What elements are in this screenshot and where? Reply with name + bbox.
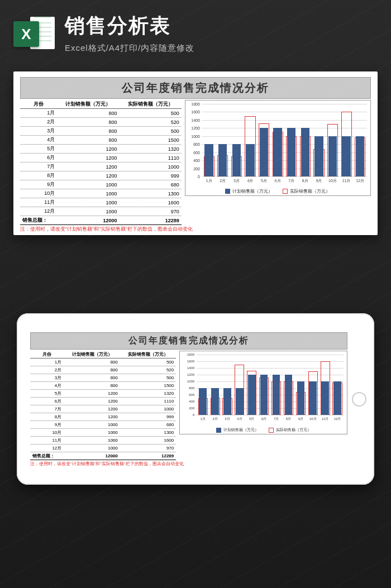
cell-plan: 1000 <box>64 421 120 429</box>
table-row: 11月10001600 <box>20 198 182 207</box>
cell-plan: 1200 <box>64 405 120 413</box>
table-row: 5月12001320 <box>30 390 176 398</box>
cell-month: 8月 <box>20 171 57 180</box>
table-header-row: 月份 计划销售额（万元） 实际销售额（万元） <box>30 351 176 358</box>
legend-swatch-plan-icon <box>216 428 221 433</box>
y-tick: 1800 <box>181 353 194 356</box>
cell-actual: 1300 <box>120 429 177 437</box>
x-tick: 10月 <box>309 417 317 422</box>
cell-plan: 1200 <box>57 171 119 180</box>
cell-month: 9月 <box>30 421 64 429</box>
x-tick: 2月 <box>220 178 226 184</box>
cell-plan: 1000 <box>64 437 120 444</box>
table-row: 8月1200999 <box>30 413 176 421</box>
bar-group: 9月 <box>296 355 306 415</box>
y-tick: 400 <box>187 159 200 162</box>
bar-plan <box>211 388 219 415</box>
bar-group: 6月 <box>259 355 269 415</box>
y-tick: 0 <box>187 175 200 179</box>
table-row: 4月8001500 <box>30 382 176 390</box>
cell-actual: 680 <box>120 180 182 189</box>
table-row: 2月800520 <box>20 118 182 127</box>
y-tick: 200 <box>181 407 194 410</box>
excel-file-icon: X <box>13 12 55 54</box>
total-actual: 12289 <box>120 452 177 460</box>
cell-month: 2月 <box>20 118 57 127</box>
cell-month: 1月 <box>30 358 64 366</box>
cell-month: 3月 <box>20 127 57 136</box>
cell-plan: 800 <box>57 136 119 145</box>
sales-table: 月份 计划销售额（万元） 实际销售额（万元） 1月8005002月8005203… <box>30 351 176 460</box>
bar-group: 4月 <box>235 355 244 415</box>
cell-actual: 500 <box>120 109 182 118</box>
total-plan: 12000 <box>64 452 120 460</box>
table-row: 5月12001320 <box>20 145 182 154</box>
bar-plan <box>328 136 337 176</box>
bar-group: 2月 <box>211 355 220 415</box>
cell-month: 5月 <box>20 145 57 154</box>
y-tick: 800 <box>181 386 194 390</box>
bar-group: 10月 <box>327 104 338 176</box>
x-tick: 7月 <box>274 417 279 422</box>
legend-plan-label: 计划销售额（万元） <box>232 188 273 194</box>
cell-actual: 520 <box>120 118 182 127</box>
cell-plan: 800 <box>57 118 119 127</box>
x-tick: 10月 <box>328 178 337 184</box>
bar-plan <box>218 144 227 176</box>
table-row: 3月800500 <box>20 127 182 136</box>
bar-plan <box>297 381 305 415</box>
cell-plan: 1000 <box>57 198 119 207</box>
cell-month: 12月 <box>20 207 57 216</box>
usage-note: 注：使用时，请改变"计划销售额"和"实际销售额"栏下的数值，图表会自动变化 <box>20 226 371 233</box>
table-row: 3月800500 <box>30 374 176 382</box>
x-tick: 1月 <box>206 178 212 184</box>
cell-plan: 800 <box>64 374 120 382</box>
cell-actual: 1320 <box>120 390 177 398</box>
bar-plan <box>236 388 244 415</box>
col-month: 月份 <box>30 351 64 358</box>
cell-plan: 1200 <box>57 154 119 162</box>
cell-month: 2月 <box>30 366 64 374</box>
y-tick: 400 <box>181 400 194 403</box>
page-subtitle: Excel格式/A4打印/内容随意修改 <box>65 43 194 54</box>
bar-plan <box>285 375 293 415</box>
cell-plan: 1000 <box>57 207 119 216</box>
cell-month: 3月 <box>30 374 64 382</box>
x-tick: 2月 <box>212 417 217 422</box>
table-row: 7月12001000 <box>30 405 176 413</box>
y-tick: 800 <box>187 142 200 146</box>
bar-plan <box>301 128 309 176</box>
cell-actual: 500 <box>120 358 177 366</box>
cell-actual: 1110 <box>120 154 182 162</box>
cell-month: 7月 <box>20 162 57 171</box>
cell-actual: 999 <box>120 413 177 421</box>
cell-plan: 800 <box>64 382 120 390</box>
x-tick: 11月 <box>342 178 351 184</box>
table-row: 9月1000680 <box>20 180 182 189</box>
y-tick: 1400 <box>181 366 194 370</box>
bar-plan <box>223 388 231 415</box>
tablet-mockup: 公司年度销售完成情况分析 月份 计划销售额（万元） 实际销售额（万元） 1月80… <box>17 313 374 485</box>
cell-month: 1月 <box>20 109 57 118</box>
x-tick: 3月 <box>225 417 230 422</box>
cell-plan: 800 <box>57 109 119 118</box>
cell-actual: 1600 <box>120 437 177 444</box>
bar-group: 11月 <box>341 104 352 176</box>
cell-month: 5月 <box>30 390 64 398</box>
hero-header: X 销售分析表 Excel格式/A4打印/内容随意修改 <box>0 0 391 64</box>
cell-month: 6月 <box>30 398 64 405</box>
y-tick: 1000 <box>187 134 200 138</box>
cell-plan: 1200 <box>64 390 120 398</box>
cell-actual: 1600 <box>120 198 182 207</box>
bar-group: 3月 <box>231 104 242 176</box>
table-row: 1月800500 <box>30 358 176 366</box>
cell-actual: 500 <box>120 374 177 382</box>
cell-actual: 680 <box>120 421 177 429</box>
table-row: 10月10001300 <box>30 429 176 437</box>
cell-month: 4月 <box>30 382 64 390</box>
cell-month: 8月 <box>30 413 64 421</box>
x-tick: 6月 <box>275 178 281 184</box>
bar-group: 12月 <box>332 355 342 415</box>
bar-plan <box>232 144 241 176</box>
bar-group: 5月 <box>259 104 269 176</box>
